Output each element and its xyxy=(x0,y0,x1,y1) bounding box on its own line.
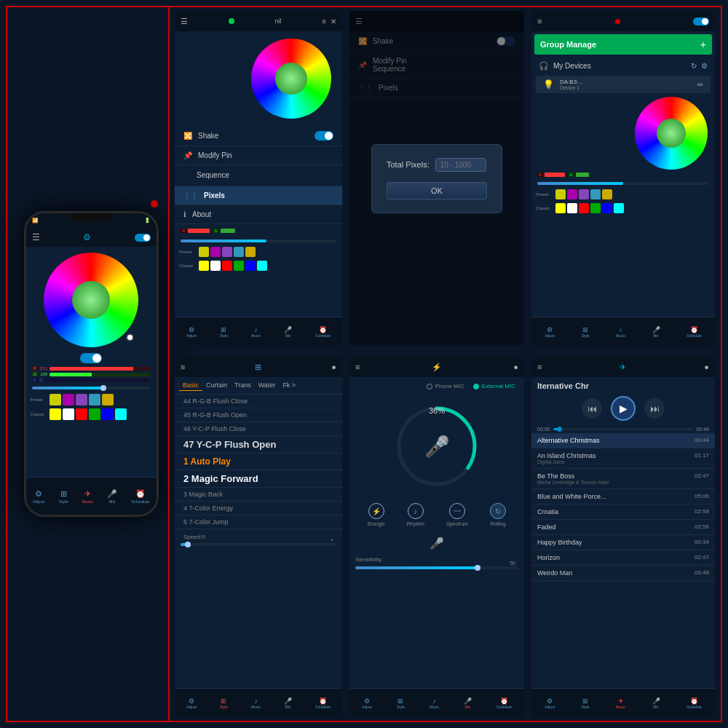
tab-basic[interactable]: Basic xyxy=(179,380,202,391)
toggle-phone[interactable] xyxy=(135,234,151,242)
style-settings-icon[interactable]: ● xyxy=(331,363,336,371)
nav-music-mic[interactable]: ♪ Music xyxy=(430,697,439,709)
song-item-8[interactable]: Horizon 02:47 xyxy=(531,550,715,566)
edit-icon-device[interactable]: ✏ xyxy=(697,81,703,89)
nav-sched-tc[interactable]: ⏰ Schedule xyxy=(315,326,331,338)
style-item-47[interactable]: 47 Y-C-P Flush Open xyxy=(175,436,342,454)
classic-swatch-6[interactable] xyxy=(115,408,127,420)
device-item[interactable]: 💡 DA:B3:... Device 1 ✏ xyxy=(536,76,711,93)
classic-swatch-5[interactable] xyxy=(102,408,114,420)
preset-swatch-3[interactable] xyxy=(76,394,87,405)
nav-sched-gm[interactable]: ⏰ Schedule xyxy=(687,326,702,338)
brightness-slider[interactable] xyxy=(32,387,151,389)
style-item-45[interactable]: 45 R-G-B Flush Open xyxy=(175,408,342,422)
nav-style-gm[interactable]: ⊞ Style xyxy=(582,326,590,338)
nav-mic-style[interactable]: 🎤 Mic xyxy=(284,697,292,709)
sensitivity-slider[interactable]: 50 xyxy=(355,566,518,569)
speed-slider[interactable]: + xyxy=(181,543,336,546)
nav-mic-gm[interactable]: 🎤 Mic xyxy=(652,326,660,338)
nav-music-gm[interactable]: ♪ Music xyxy=(616,326,625,338)
nav-adjust-style[interactable]: ⚙ Adjust xyxy=(186,697,197,709)
hamburger-icon-tc[interactable]: ☰ xyxy=(181,17,188,26)
classic-swatch-1[interactable] xyxy=(50,408,61,420)
nav-adjust-gm[interactable]: ⚙ Adjust xyxy=(545,326,555,338)
spectrum-mode[interactable]: 〰 Spectrum xyxy=(446,503,468,526)
style-item-46[interactable]: 46 Y-C-P Flush Close xyxy=(175,422,342,436)
gm-toggle-area[interactable] xyxy=(693,17,709,25)
style-item-4[interactable]: 4 7-Color Energy xyxy=(175,502,342,515)
style-list-icon[interactable]: ≡ xyxy=(181,363,185,371)
play-button[interactable]: ▶ xyxy=(611,396,636,421)
song-item-4[interactable]: Blue and White Porce... 05:06 xyxy=(531,489,715,505)
song-item-6[interactable]: Faded 02:56 xyxy=(531,520,715,535)
external-mic-option[interactable]: External MIC xyxy=(473,383,515,389)
about-row-tc[interactable]: ℹ About xyxy=(175,205,342,224)
nav-sched-music[interactable]: ⏰ Schedule xyxy=(687,697,702,709)
slider-gm[interactable] xyxy=(537,182,709,185)
nav-mic-music[interactable]: 🎤 Mic xyxy=(652,697,660,709)
tab-water[interactable]: Water xyxy=(255,380,280,391)
brightness-toggle[interactable] xyxy=(26,353,157,363)
pixels-input[interactable] xyxy=(435,158,486,172)
slider-1-tc[interactable] xyxy=(181,240,336,242)
phone-mic-option[interactable]: Phone MIC xyxy=(427,383,464,389)
music-dot[interactable]: ● xyxy=(704,363,709,371)
nav-music[interactable]: ✈ Music xyxy=(82,489,94,504)
nav-style-tc[interactable]: ⊞ Style xyxy=(220,326,228,338)
preset-swatch-2[interactable] xyxy=(63,394,74,405)
color-wheel-gm[interactable] xyxy=(635,97,708,170)
sequence-row-tc[interactable]: Sequence xyxy=(175,165,342,186)
song-item-5[interactable]: Croatia 02:58 xyxy=(531,505,715,520)
refresh-icon-gm[interactable]: ↻ xyxy=(691,62,697,70)
close-icon-tc[interactable]: ✕ xyxy=(331,17,336,25)
song-item-1[interactable]: Alternative Christmas 00:44 xyxy=(531,433,715,448)
song-item-9[interactable]: Weirdo Man 00:48 xyxy=(531,566,715,581)
group-manage-plus[interactable]: + xyxy=(700,39,706,50)
song-item-7[interactable]: Happy Birthday 00:34 xyxy=(531,535,715,550)
tab-fk[interactable]: Fk > xyxy=(279,380,299,391)
preset-swatch-1[interactable] xyxy=(50,394,61,405)
classic-swatch-3[interactable] xyxy=(76,408,87,420)
energic-mode[interactable]: ⚡ Energic xyxy=(368,503,385,526)
pixels-row-tc[interactable]: ⋮⋮ Pixels xyxy=(175,186,342,205)
prev-button[interactable]: ⏮ xyxy=(582,398,602,419)
list-icon-tc[interactable]: ≡ xyxy=(322,17,326,25)
nav-adjust[interactable]: ⚙ Adjust xyxy=(33,489,45,504)
music-list-icon[interactable]: ≡ xyxy=(537,363,542,371)
song-item-3[interactable]: Be The Boss Micha Umbridge & Tomolo Kato… xyxy=(531,469,715,489)
nav-mic-mic[interactable]: 🎤 Mic xyxy=(464,697,472,709)
nav-schedule[interactable]: ⏰ Schedule xyxy=(131,489,149,504)
style-item-2[interactable]: 2 Magic Forward xyxy=(175,470,342,488)
music-bt-icon[interactable]: ✈ xyxy=(620,363,626,372)
settings-icon-gm[interactable]: ⚙ xyxy=(701,62,708,70)
color-wheel-tc[interactable] xyxy=(251,39,331,119)
nav-style[interactable]: ⊞ Style xyxy=(58,489,68,504)
nav-music-music[interactable]: ✈ Music xyxy=(616,697,625,709)
nav-mic[interactable]: 🎤 Mic xyxy=(107,489,117,504)
shake-toggle-tc[interactable] xyxy=(314,131,333,141)
next-button[interactable]: ⏭ xyxy=(644,398,665,419)
style-item-44[interactable]: 44 R-G-B Flush Close xyxy=(175,395,342,408)
mic-list-icon[interactable]: ≡ xyxy=(355,363,360,371)
nav-style-mic[interactable]: ⊞ Style xyxy=(397,697,405,709)
nav-adjust-music[interactable]: ⚙ Adjust xyxy=(545,697,555,709)
nav-adjust-mic[interactable]: ⚙ Adjust xyxy=(362,697,372,709)
nav-mic-tc[interactable]: 🎤 Mic xyxy=(284,326,292,338)
classic-swatch-4[interactable] xyxy=(89,408,100,420)
menu-icon-phone[interactable]: ☰ xyxy=(32,232,40,242)
style-item-5[interactable]: 5 7-Color Jump xyxy=(175,515,342,529)
tab-trans[interactable]: Trans xyxy=(231,380,255,391)
nav-music-tc[interactable]: ♪ Music xyxy=(251,326,261,338)
preset-swatch-4[interactable] xyxy=(89,394,100,405)
style-item-3[interactable]: 3 Magic Back xyxy=(175,488,342,502)
preset-swatch-5[interactable] xyxy=(102,394,114,405)
color-wheel-phone[interactable] xyxy=(44,253,138,347)
classic-swatch-2[interactable] xyxy=(63,408,74,420)
nav-style-style[interactable]: ⊞ Style xyxy=(220,697,228,709)
rolling-mode[interactable]: ↻ Rolling xyxy=(490,503,506,526)
music-progress-bar[interactable] xyxy=(553,428,694,430)
mic-dot-icon[interactable]: ● xyxy=(513,363,518,371)
settings-icon-phone[interactable]: ⚙ xyxy=(83,232,91,242)
modify-pin-row-tc[interactable]: 📌 Modify Pin xyxy=(175,146,342,165)
nav-sched-mic[interactable]: ⏰ Schedule xyxy=(496,697,512,709)
